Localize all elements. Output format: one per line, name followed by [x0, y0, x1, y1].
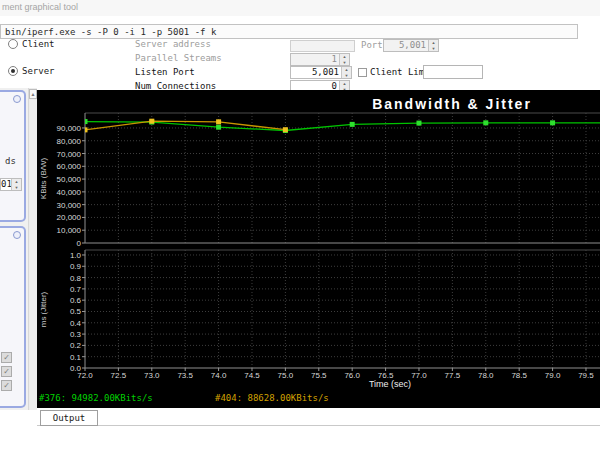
series-376-line: [85, 122, 600, 131]
series-376-marker: [83, 119, 88, 124]
radio-unchecked-icon[interactable]: [8, 39, 18, 49]
jperf-window: ment graphical tool Client Server Server…: [0, 0, 600, 450]
port-label: Port: [361, 40, 383, 52]
sidebar-spinner[interactable]: 01 ▲▼: [0, 178, 22, 191]
client-mode-radio[interactable]: Client: [8, 38, 55, 50]
ytick-label: 10,000: [37, 226, 81, 235]
series-376-marker: [416, 121, 421, 126]
client-mode-label: Client: [22, 39, 55, 49]
xtick-label: 73.5: [170, 371, 200, 380]
xtick-label: 73.0: [137, 371, 167, 380]
sidebar-panel-2: ✓ ✓ ✓: [0, 226, 26, 408]
xtick-label: 75.0: [270, 371, 300, 380]
ytick-label: 70,000: [37, 150, 81, 159]
ytick-label: 80,000: [37, 137, 81, 146]
spinner-arrows-icon[interactable]: ▲▼: [11, 179, 21, 190]
legend-item-376: #376: 94982.00KBits/s: [39, 393, 153, 403]
spinner-arrows-icon[interactable]: ▲▼: [339, 54, 349, 65]
sidebar-text-fragment: ds: [5, 156, 16, 166]
sidebar-checkbox-checked[interactable]: ✓: [1, 380, 12, 391]
parallel-streams-spinner[interactable]: 1 ▲▼: [290, 53, 350, 66]
listen-port-label: Listen Port: [135, 67, 195, 79]
ytick-label: 0.4: [37, 319, 81, 328]
panel-toggle-icon[interactable]: [13, 231, 21, 239]
scroll-up-icon[interactable]: ▲: [29, 89, 37, 99]
xtick-label: 78.0: [471, 371, 501, 380]
ytick-label: 0: [37, 239, 81, 248]
xtick-label: 76.0: [337, 371, 367, 380]
series-376-marker: [350, 122, 355, 127]
server-address-label: Server address: [135, 39, 211, 51]
sidebar: ds 01 ▲▼ ✓ ✓ ✓ ▲: [0, 88, 37, 410]
ytick-label: 0.2: [37, 341, 81, 350]
chart-panel: Bandwidth & Jitter KBits (B/W) ms (Jitte…: [37, 90, 600, 408]
panel-toggle-icon[interactable]: [13, 95, 21, 103]
client-limit-checkbox[interactable]: [358, 68, 367, 77]
iperf-command-input[interactable]: [0, 24, 578, 39]
xtick-label: 76.5: [371, 371, 401, 380]
tab-output[interactable]: Output: [40, 410, 98, 426]
xtick-label: 78.5: [504, 371, 534, 380]
series-376-marker: [216, 125, 221, 130]
spinner-arrows-icon[interactable]: ▲▼: [428, 40, 438, 51]
ytick-label: 0.6: [37, 296, 81, 305]
ytick-label: 0.9: [37, 262, 81, 271]
series-404-marker: [283, 127, 288, 132]
xtick-label: 75.5: [304, 371, 334, 380]
xtick-label: 77.0: [404, 371, 434, 380]
xtick-label: 72.0: [70, 371, 100, 380]
ytick-label: 20,000: [37, 213, 81, 222]
xtick-label: 79.0: [538, 371, 568, 380]
sidebar-checkbox-checked[interactable]: ✓: [1, 366, 12, 377]
ytick-label: 0.1: [37, 353, 81, 362]
client-limit-field[interactable]: [423, 65, 483, 79]
spinner-arrows-icon[interactable]: ▲▼: [341, 67, 351, 78]
ytick-label: 50,000: [37, 175, 81, 184]
xtick-label: 79.5: [571, 371, 600, 380]
port-spinner[interactable]: 5,001 ▲▼: [383, 39, 439, 52]
series-404-marker: [216, 119, 221, 124]
xtick-label: 74.5: [237, 371, 267, 380]
ytick-label: 40,000: [37, 188, 81, 197]
sidebar-panel-1: ds 01 ▲▼: [0, 90, 26, 222]
server-mode-label: Server: [22, 66, 55, 76]
series-376-marker: [483, 120, 488, 125]
legend-item-404: #404: 88628.00KBits/s: [215, 393, 329, 403]
ytick-label: 30,000: [37, 201, 81, 210]
ytick-label: 0.3: [37, 330, 81, 339]
xtick-label: 77.5: [437, 371, 467, 380]
xtick-label: 72.5: [103, 371, 133, 380]
sidebar-scrollbar[interactable]: ▲: [28, 88, 37, 410]
ytick-label: 0.5: [37, 307, 81, 316]
parallel-streams-label: Parallel Streams: [135, 53, 222, 65]
server-address-field[interactable]: [290, 40, 355, 52]
server-mode-radio[interactable]: Server: [8, 65, 55, 77]
listen-port-spinner[interactable]: 5,001 ▲▼: [290, 66, 352, 79]
ytick-label: 60,000: [37, 162, 81, 171]
series-404-marker: [149, 119, 154, 124]
xtick-label: 74.0: [204, 371, 234, 380]
ytick-label: 90,000: [37, 124, 81, 133]
chart-legend: #376: 94982.00KBits/s #404: 88628.00KBit…: [37, 392, 600, 405]
window-title: ment graphical tool: [2, 2, 78, 12]
tab-divider: [37, 425, 600, 426]
bandwidth-jitter-plot: [37, 90, 600, 408]
series-376-marker: [550, 120, 555, 125]
ytick-label: 0.7: [37, 285, 81, 294]
window-titlebar: ment graphical tool: [0, 0, 600, 16]
sidebar-checkbox-checked[interactable]: ✓: [1, 352, 12, 363]
ytick-label: 0.8: [37, 274, 81, 283]
radio-checked-icon[interactable]: [8, 66, 18, 76]
ytick-label: 1.0: [37, 251, 81, 260]
